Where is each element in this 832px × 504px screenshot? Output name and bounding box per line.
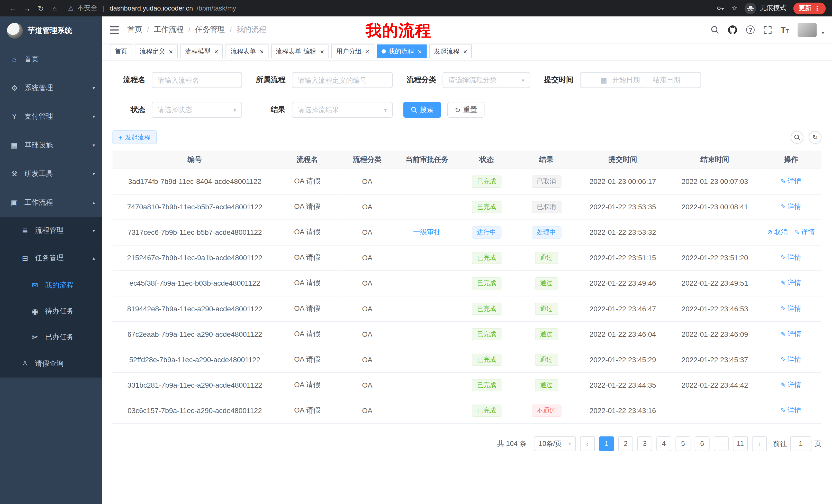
page-button-6[interactable]: 6 xyxy=(695,436,710,451)
row-id: 331bc281-7b9a-11ec-a290-acde48001122 xyxy=(113,372,277,398)
category-select[interactable]: 请选择流程分类 ▾ xyxy=(442,72,530,88)
page-size-value: 10条/页 xyxy=(539,439,562,448)
search-icon[interactable] xyxy=(711,25,719,34)
process-name-input[interactable] xyxy=(152,72,242,88)
forward-icon[interactable]: → xyxy=(20,4,34,12)
prev-page-button[interactable]: ‹ xyxy=(580,436,595,451)
security-label[interactable]: 不安全 xyxy=(77,4,97,12)
search-button[interactable]: 搜索 xyxy=(404,102,441,118)
detail-action-link[interactable]: ✎详情 xyxy=(781,329,801,339)
tab-close-icon[interactable]: × xyxy=(320,48,324,55)
row-end-time: 2022-01-22 23:51:20 xyxy=(669,245,760,271)
toggle-search-button[interactable] xyxy=(790,131,803,144)
tab-start-process[interactable]: 发起流程× xyxy=(429,45,472,58)
help-icon[interactable]: ? xyxy=(746,25,755,34)
detail-action-link[interactable]: ✎详情 xyxy=(794,227,815,237)
breadcrumb-item-task-management[interactable]: 任务管理 xyxy=(195,25,225,34)
tab-process-form-edit[interactable]: 流程表单-编辑× xyxy=(271,45,329,58)
row-submit-time: 2022-01-22 23:46:04 xyxy=(576,321,669,347)
url-host[interactable]: dashboard.yudao.iocoder.cn xyxy=(109,5,193,12)
sidebar-item-task-management[interactable]: ⊟任务管理▴ xyxy=(0,245,102,272)
sidebar-item-system-management[interactable]: ⚙系统管理▾ xyxy=(0,74,102,102)
result-select[interactable]: 请选择流结果 ▾ xyxy=(292,102,393,118)
navbar-actions: ? TT ▾ xyxy=(711,23,824,37)
page-button-2[interactable]: 2 xyxy=(618,436,633,451)
detail-action-link[interactable]: ✎详情 xyxy=(781,304,801,313)
home-icon[interactable]: ⌂ xyxy=(48,4,62,12)
github-icon[interactable] xyxy=(728,25,737,34)
fullscreen-icon[interactable] xyxy=(763,26,772,34)
page-button-3[interactable]: 3 xyxy=(638,436,652,451)
page-button-5[interactable]: 5 xyxy=(675,436,690,451)
category-placeholder: 请选择流程分类 xyxy=(448,75,497,85)
pagination-more[interactable]: ··· xyxy=(714,436,729,451)
current-task-link[interactable]: 一级审批 xyxy=(413,228,441,236)
sidebar-item-process-management[interactable]: ≣流程管理▾ xyxy=(0,217,102,244)
page-button-11[interactable]: 11 xyxy=(733,436,748,451)
row-id: 7470a810-7b9b-11ec-b5b7-acde48001122 xyxy=(113,194,277,219)
detail-action-link[interactable]: ✎详情 xyxy=(781,278,801,288)
avatar[interactable] xyxy=(798,23,817,37)
sidebar-item-done-tasks[interactable]: ✂已办任务 xyxy=(0,324,102,350)
row-submit-time: 2022-01-22 23:45:29 xyxy=(576,347,669,372)
sidebar-item-home[interactable]: ⌂首页 xyxy=(0,45,102,74)
tab-close-icon[interactable]: × xyxy=(418,48,422,55)
sidebar: 芋道管理系统 ⌂首页⚙系统管理▾¥支付管理▾▤基础设施▾⚒研发工具▾▣工作流程▴… xyxy=(0,17,102,504)
row-result: 通过 xyxy=(516,372,576,398)
detail-action-link[interactable]: ✎详情 xyxy=(781,176,801,186)
kebab-menu-icon[interactable]: ⋮ xyxy=(814,5,821,12)
create-process-button[interactable]: + 发起流程 xyxy=(113,131,156,144)
tab-close-icon[interactable]: × xyxy=(214,48,218,55)
detail-action-link[interactable]: ✎详情 xyxy=(781,202,801,212)
tab-process-form[interactable]: 流程表单× xyxy=(226,45,268,58)
sidebar-item-payment-management[interactable]: ¥支付管理▾ xyxy=(0,102,102,131)
tab-home[interactable]: 首页 xyxy=(110,45,132,58)
chevron-down-icon: ▾ xyxy=(568,441,571,446)
tab-close-icon[interactable]: × xyxy=(463,48,467,55)
key-icon[interactable] xyxy=(717,4,725,12)
detail-action-link[interactable]: ✎详情 xyxy=(781,380,801,390)
reset-button[interactable]: ↻ 重置 xyxy=(447,102,485,118)
submit-time-range-picker[interactable]: ▦ 开始日期 - 结束日期 xyxy=(580,72,701,88)
row-category: OA xyxy=(338,245,397,271)
tab-my-process[interactable]: 我的流程× xyxy=(377,45,426,58)
date-start-placeholder: 开始日期 xyxy=(613,75,640,85)
tab-user-group[interactable]: 用户分组× xyxy=(331,45,374,58)
logo[interactable]: 芋道管理系统 xyxy=(0,17,102,45)
status-select[interactable]: 请选择状态 ▾ xyxy=(152,102,242,118)
breadcrumb-item-workflow[interactable]: 工作流程 xyxy=(154,25,184,34)
tab-process-model[interactable]: 流程模型× xyxy=(180,45,223,58)
breadcrumb-item-home[interactable]: 首页 xyxy=(127,25,142,34)
goto-page-input[interactable] xyxy=(790,436,811,451)
back-icon[interactable]: ← xyxy=(6,4,20,12)
parent-process-input[interactable] xyxy=(292,72,393,88)
next-page-button[interactable]: › xyxy=(752,436,767,451)
tab-process-definition[interactable]: 流程定义× xyxy=(135,45,177,58)
sidebar-item-todo-tasks[interactable]: ◉待办任务 xyxy=(0,298,102,324)
page-button-1[interactable]: 1 xyxy=(599,436,614,451)
detail-action-link[interactable]: ✎详情 xyxy=(781,253,801,262)
bookmark-star-icon[interactable]: ☆ xyxy=(731,4,738,12)
detail-action-link[interactable]: ✎详情 xyxy=(781,355,801,364)
sidebar-item-dev-tools[interactable]: ⚒研发工具▾ xyxy=(0,160,102,188)
update-button[interactable]: 更新 ⋮ xyxy=(794,2,826,14)
cancel-action-link[interactable]: ⊘取消 xyxy=(767,227,788,237)
sidebar-item-infrastructure[interactable]: ▤基础设施▾ xyxy=(0,131,102,160)
tab-close-icon[interactable]: × xyxy=(260,48,264,55)
address-bar[interactable]: ⚠ 不安全 | dashboard.yudao.iocoder.cn/bpm/t… xyxy=(68,4,717,12)
sidebar-item-my-process[interactable]: ✉我的流程 xyxy=(0,272,102,298)
sidebar-item-workflow[interactable]: ▣工作流程▴ xyxy=(0,188,102,217)
page-size-select[interactable]: 10条/页 ▾ xyxy=(534,436,576,451)
url-path[interactable]: /bpm/task/my xyxy=(197,5,236,12)
reload-icon[interactable]: ↻ xyxy=(34,4,48,12)
page-button-4[interactable]: 4 xyxy=(656,436,671,451)
tab-close-icon[interactable]: × xyxy=(169,48,173,55)
refresh-table-button[interactable]: ↻ xyxy=(809,131,822,144)
cancel-icon: ⊘ xyxy=(767,229,772,236)
tab-close-icon[interactable]: × xyxy=(365,48,369,55)
filter-row-1: 流程名 所属流程 流程分类 请选择流程分类 ▾ xyxy=(113,72,822,88)
sidebar-toggle-icon[interactable] xyxy=(110,26,119,34)
font-size-icon[interactable]: TT xyxy=(781,25,789,34)
detail-action-link[interactable]: ✎详情 xyxy=(781,405,801,415)
sidebar-item-leave-query[interactable]: ♙请假查询 xyxy=(0,350,102,377)
